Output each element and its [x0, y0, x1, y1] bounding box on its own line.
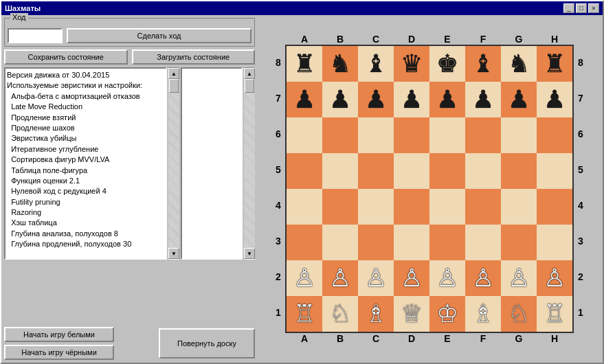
cell-4-3[interactable]: [394, 189, 429, 225]
cell-2-7[interactable]: ♙: [537, 260, 572, 296]
rotate-board-button[interactable]: Повернуть доску: [159, 328, 255, 359]
chess-board[interactable]: ♜♞♝♛♚♝♞♜♟♟♟♟♟♟♟♟♙♙♙♙♙♙♙♙♖♘♗♕♔♗♘♖: [285, 45, 574, 333]
piece-wp-2-6: ♙: [508, 266, 530, 291]
piece-wp-2-2: ♙: [365, 266, 387, 291]
cell-1-3[interactable]: ♕: [394, 296, 429, 332]
cell-7-1[interactable]: ♟: [322, 82, 358, 117]
cell-8-1[interactable]: ♞: [322, 46, 358, 82]
cell-2-2[interactable]: ♙: [358, 260, 394, 296]
cell-6-5[interactable]: [465, 117, 501, 153]
rank-6-right: 6: [574, 116, 588, 152]
cell-4-0[interactable]: [287, 189, 322, 225]
cell-1-6[interactable]: ♘: [501, 296, 537, 332]
cell-8-6[interactable]: ♞: [501, 46, 537, 82]
piece-wr-1-0: ♖: [293, 302, 315, 326]
maximize-button[interactable]: □: [576, 3, 587, 13]
cell-2-1[interactable]: ♙: [322, 260, 358, 296]
cell-8-2[interactable]: ♝: [358, 46, 394, 82]
cell-1-0[interactable]: ♖: [287, 296, 322, 332]
rank-1-left: 1: [271, 295, 285, 330]
cell-1-5[interactable]: ♗: [465, 296, 501, 332]
cell-6-4[interactable]: [429, 117, 465, 153]
cell-8-3[interactable]: ♛: [394, 46, 429, 82]
piece-bp-7-2: ♟: [365, 87, 387, 112]
minimize-button[interactable]: _: [563, 3, 574, 13]
cell-3-6[interactable]: [501, 225, 537, 260]
cell-3-0[interactable]: [287, 225, 322, 260]
move-input[interactable]: [8, 28, 63, 43]
small-scroll-up-arrow[interactable]: ▲: [244, 68, 255, 79]
cell-8-0[interactable]: ♜: [287, 46, 322, 82]
save-button[interactable]: Сохранить состояние: [4, 49, 128, 65]
cell-5-5[interactable]: [465, 153, 501, 189]
cell-5-3[interactable]: [394, 153, 429, 189]
piece-bp-7-4: ♟: [436, 87, 458, 112]
small-scrollbar-v: ▲ ▼: [244, 67, 255, 260]
make-move-button[interactable]: Сделать ход: [67, 28, 251, 43]
cell-7-4[interactable]: ♟: [429, 82, 465, 117]
cell-4-7[interactable]: [537, 189, 572, 225]
cell-5-2[interactable]: [358, 153, 394, 189]
cell-3-3[interactable]: [394, 225, 429, 260]
start-black-button[interactable]: Начать игру чёрными: [4, 345, 114, 360]
cell-7-0[interactable]: ♟: [287, 82, 322, 117]
cell-3-4[interactable]: [429, 225, 465, 260]
cell-7-3[interactable]: ♟: [394, 82, 429, 117]
move-list-textarea[interactable]: [181, 67, 243, 260]
cell-2-4[interactable]: ♙: [429, 260, 465, 296]
cell-5-7[interactable]: [537, 153, 572, 189]
start-white-button[interactable]: Начать игру белыми: [4, 327, 114, 342]
right-panel: A B C D E F G H 8 7: [259, 18, 600, 360]
cell-2-6[interactable]: ♙: [501, 260, 537, 296]
piece-wp-2-5: ♙: [472, 266, 494, 291]
scroll-thumb[interactable]: [169, 79, 179, 93]
left-rank-labels: 8 7 6 5 4 3 2 1: [271, 45, 285, 333]
small-scroll-down-arrow[interactable]: ▼: [244, 248, 255, 259]
cell-3-1[interactable]: [322, 225, 358, 260]
piece-bb-8-5: ♝: [472, 52, 494, 76]
scroll-up-arrow[interactable]: ▲: [168, 68, 179, 79]
info-textarea[interactable]: [4, 67, 167, 260]
rank-2-left: 2: [271, 259, 285, 295]
cell-2-5[interactable]: ♙: [465, 260, 501, 296]
cell-4-4[interactable]: [429, 189, 465, 225]
file-label-g-bot: G: [501, 333, 537, 344]
cell-5-1[interactable]: [322, 153, 358, 189]
piece-wn-1-1: ♘: [329, 302, 351, 326]
cell-6-7[interactable]: [537, 117, 572, 153]
cell-5-4[interactable]: [429, 153, 465, 189]
cell-7-2[interactable]: ♟: [358, 82, 394, 117]
cell-7-6[interactable]: ♟: [501, 82, 537, 117]
cell-4-5[interactable]: [465, 189, 501, 225]
small-scroll-thumb[interactable]: [245, 79, 254, 93]
cell-3-7[interactable]: [537, 225, 572, 260]
cell-6-1[interactable]: [322, 117, 358, 153]
cell-8-7[interactable]: ♜: [537, 46, 572, 82]
cell-7-7[interactable]: ♟: [537, 82, 572, 117]
cell-5-0[interactable]: [287, 153, 322, 189]
load-button[interactable]: Загрузить состояние: [132, 49, 256, 65]
rank-8-left: 8: [271, 45, 285, 80]
close-button[interactable]: ×: [588, 3, 599, 13]
cell-6-6[interactable]: [501, 117, 537, 153]
piece-bp-7-6: ♟: [508, 87, 530, 112]
cell-1-1[interactable]: ♘: [322, 296, 358, 332]
cell-3-5[interactable]: [465, 225, 501, 260]
cell-7-5[interactable]: ♟: [465, 82, 501, 117]
cell-8-5[interactable]: ♝: [465, 46, 501, 82]
cell-4-1[interactable]: [322, 189, 358, 225]
cell-4-2[interactable]: [358, 189, 394, 225]
cell-3-2[interactable]: [358, 225, 394, 260]
cell-1-7[interactable]: ♖: [537, 296, 572, 332]
cell-6-3[interactable]: [394, 117, 429, 153]
scroll-down-arrow[interactable]: ▼: [168, 248, 179, 259]
cell-1-2[interactable]: ♗: [358, 296, 394, 332]
cell-2-3[interactable]: ♙: [394, 260, 429, 296]
cell-2-0[interactable]: ♙: [287, 260, 322, 296]
cell-5-6[interactable]: [501, 153, 537, 189]
cell-4-6[interactable]: [501, 189, 537, 225]
cell-6-0[interactable]: [287, 117, 322, 153]
cell-1-4[interactable]: ♔: [429, 296, 465, 332]
cell-6-2[interactable]: [358, 117, 394, 153]
cell-8-4[interactable]: ♚: [429, 46, 465, 82]
